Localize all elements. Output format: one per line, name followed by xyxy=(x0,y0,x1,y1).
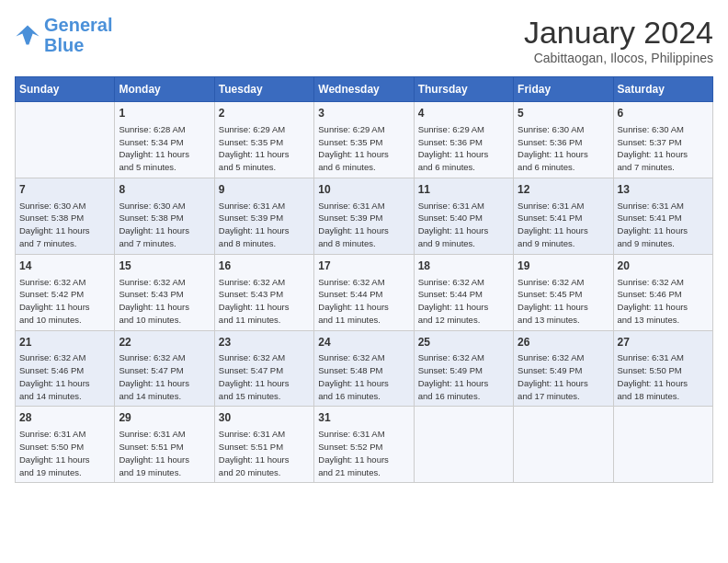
day-number: 23 xyxy=(219,335,310,350)
week-row-1: 1Sunrise: 6:28 AM Sunset: 5:34 PM Daylig… xyxy=(16,102,713,178)
calendar-cell xyxy=(613,407,712,483)
week-row-5: 28Sunrise: 6:31 AM Sunset: 5:50 PM Dayli… xyxy=(16,407,713,483)
logo-icon xyxy=(15,22,40,48)
header-cell-sunday: Sunday xyxy=(16,77,115,102)
day-number: 8 xyxy=(119,182,210,198)
cell-info: Sunrise: 6:30 AM Sunset: 5:37 PM Dayligh… xyxy=(618,123,709,174)
logo: General Blue xyxy=(15,15,112,55)
cell-info: Sunrise: 6:32 AM Sunset: 5:45 PM Dayligh… xyxy=(518,276,609,327)
calendar-cell: 19Sunrise: 6:32 AM Sunset: 5:45 PM Dayli… xyxy=(514,254,613,330)
calendar-cell: 21Sunrise: 6:32 AM Sunset: 5:46 PM Dayli… xyxy=(16,330,115,407)
calendar-cell: 14Sunrise: 6:32 AM Sunset: 5:42 PM Dayli… xyxy=(16,254,115,330)
cell-info: Sunrise: 6:31 AM Sunset: 5:41 PM Dayligh… xyxy=(518,200,609,250)
cell-info: Sunrise: 6:32 AM Sunset: 5:42 PM Dayligh… xyxy=(19,276,110,327)
cell-info: Sunrise: 6:32 AM Sunset: 5:47 PM Dayligh… xyxy=(219,351,310,402)
day-number: 10 xyxy=(318,182,409,198)
day-number: 30 xyxy=(219,410,310,426)
day-number: 26 xyxy=(518,335,609,350)
day-number: 13 xyxy=(618,182,709,198)
calendar-header-row: SundayMondayTuesdayWednesdayThursdayFrid… xyxy=(16,77,713,102)
day-number: 16 xyxy=(219,259,310,274)
cell-info: Sunrise: 6:32 AM Sunset: 5:46 PM Dayligh… xyxy=(19,351,110,402)
day-number: 6 xyxy=(618,106,709,121)
header-cell-saturday: Saturday xyxy=(613,77,712,102)
calendar-cell: 17Sunrise: 6:32 AM Sunset: 5:44 PM Dayli… xyxy=(314,254,414,330)
calendar-cell: 16Sunrise: 6:32 AM Sunset: 5:43 PM Dayli… xyxy=(214,254,313,330)
calendar-cell: 30Sunrise: 6:31 AM Sunset: 5:51 PM Dayli… xyxy=(214,407,313,483)
cell-info: Sunrise: 6:31 AM Sunset: 5:40 PM Dayligh… xyxy=(418,200,509,250)
calendar-cell: 5Sunrise: 6:30 AM Sunset: 5:36 PM Daylig… xyxy=(514,102,613,178)
week-row-3: 14Sunrise: 6:32 AM Sunset: 5:42 PM Dayli… xyxy=(16,254,713,330)
cell-info: Sunrise: 6:28 AM Sunset: 5:34 PM Dayligh… xyxy=(119,123,210,174)
cell-info: Sunrise: 6:30 AM Sunset: 5:38 PM Dayligh… xyxy=(19,200,110,250)
calendar-cell: 18Sunrise: 6:32 AM Sunset: 5:44 PM Dayli… xyxy=(414,254,513,330)
cell-info: Sunrise: 6:31 AM Sunset: 5:39 PM Dayligh… xyxy=(219,200,310,250)
calendar-cell: 25Sunrise: 6:32 AM Sunset: 5:49 PM Dayli… xyxy=(414,330,513,407)
calendar-cell: 24Sunrise: 6:32 AM Sunset: 5:48 PM Dayli… xyxy=(314,330,414,407)
title-section: January 2024 Cabittaogan, Ilocos, Philip… xyxy=(524,15,713,65)
logo-text-line1: General xyxy=(44,15,112,35)
calendar-cell: 23Sunrise: 6:32 AM Sunset: 5:47 PM Dayli… xyxy=(214,330,313,407)
calendar-cell xyxy=(16,102,115,178)
day-number: 28 xyxy=(19,410,110,426)
day-number: 15 xyxy=(119,259,210,274)
day-number: 5 xyxy=(518,106,609,121)
day-number: 18 xyxy=(418,259,509,274)
calendar-cell: 11Sunrise: 6:31 AM Sunset: 5:40 PM Dayli… xyxy=(414,178,513,254)
logo-text-line2: Blue xyxy=(44,35,112,55)
day-number: 3 xyxy=(318,106,409,121)
day-number: 31 xyxy=(318,410,409,426)
cell-info: Sunrise: 6:32 AM Sunset: 5:43 PM Dayligh… xyxy=(119,276,210,327)
day-number: 4 xyxy=(418,106,509,121)
day-number: 12 xyxy=(518,182,609,198)
day-number: 24 xyxy=(318,335,409,350)
day-number: 14 xyxy=(19,259,110,274)
calendar-cell: 6Sunrise: 6:30 AM Sunset: 5:37 PM Daylig… xyxy=(613,102,712,178)
week-row-4: 21Sunrise: 6:32 AM Sunset: 5:46 PM Dayli… xyxy=(16,330,713,407)
page-header: General Blue January 2024 Cabittaogan, I… xyxy=(15,15,713,65)
day-number: 7 xyxy=(19,182,110,198)
day-number: 2 xyxy=(219,106,310,121)
calendar-cell: 20Sunrise: 6:32 AM Sunset: 5:46 PM Dayli… xyxy=(613,254,712,330)
calendar-cell: 15Sunrise: 6:32 AM Sunset: 5:43 PM Dayli… xyxy=(115,254,214,330)
cell-info: Sunrise: 6:31 AM Sunset: 5:41 PM Dayligh… xyxy=(618,200,709,250)
cell-info: Sunrise: 6:30 AM Sunset: 5:38 PM Dayligh… xyxy=(119,200,210,250)
cell-info: Sunrise: 6:29 AM Sunset: 5:35 PM Dayligh… xyxy=(318,123,409,174)
cell-info: Sunrise: 6:32 AM Sunset: 5:47 PM Dayligh… xyxy=(119,351,210,402)
calendar-cell: 12Sunrise: 6:31 AM Sunset: 5:41 PM Dayli… xyxy=(514,178,613,254)
calendar-body: 1Sunrise: 6:28 AM Sunset: 5:34 PM Daylig… xyxy=(16,102,713,483)
calendar-cell xyxy=(514,407,613,483)
calendar-cell: 9Sunrise: 6:31 AM Sunset: 5:39 PM Daylig… xyxy=(214,178,313,254)
calendar-cell: 7Sunrise: 6:30 AM Sunset: 5:38 PM Daylig… xyxy=(16,178,115,254)
calendar-cell: 27Sunrise: 6:31 AM Sunset: 5:50 PM Dayli… xyxy=(613,330,712,407)
calendar-cell: 4Sunrise: 6:29 AM Sunset: 5:36 PM Daylig… xyxy=(414,102,513,178)
header-cell-thursday: Thursday xyxy=(414,77,513,102)
cell-info: Sunrise: 6:32 AM Sunset: 5:46 PM Dayligh… xyxy=(618,276,709,327)
cell-info: Sunrise: 6:31 AM Sunset: 5:39 PM Dayligh… xyxy=(318,200,409,250)
day-number: 29 xyxy=(119,410,210,426)
day-number: 1 xyxy=(119,106,210,121)
day-number: 27 xyxy=(618,335,709,350)
calendar-cell: 29Sunrise: 6:31 AM Sunset: 5:51 PM Dayli… xyxy=(115,407,214,483)
calendar-cell: 8Sunrise: 6:30 AM Sunset: 5:38 PM Daylig… xyxy=(115,178,214,254)
day-number: 19 xyxy=(518,259,609,274)
cell-info: Sunrise: 6:31 AM Sunset: 5:50 PM Dayligh… xyxy=(618,351,709,402)
day-number: 22 xyxy=(119,335,210,350)
calendar-cell: 26Sunrise: 6:32 AM Sunset: 5:49 PM Dayli… xyxy=(514,330,613,407)
day-number: 21 xyxy=(19,335,110,350)
calendar-cell: 31Sunrise: 6:31 AM Sunset: 5:52 PM Dayli… xyxy=(314,407,414,483)
cell-info: Sunrise: 6:29 AM Sunset: 5:36 PM Dayligh… xyxy=(418,123,509,174)
cell-info: Sunrise: 6:32 AM Sunset: 5:48 PM Dayligh… xyxy=(318,351,409,402)
calendar-cell: 28Sunrise: 6:31 AM Sunset: 5:50 PM Dayli… xyxy=(16,407,115,483)
week-row-2: 7Sunrise: 6:30 AM Sunset: 5:38 PM Daylig… xyxy=(16,178,713,254)
cell-info: Sunrise: 6:30 AM Sunset: 5:36 PM Dayligh… xyxy=(518,123,609,174)
calendar-cell xyxy=(414,407,513,483)
calendar-cell: 13Sunrise: 6:31 AM Sunset: 5:41 PM Dayli… xyxy=(613,178,712,254)
day-number: 20 xyxy=(618,259,709,274)
subtitle: Cabittaogan, Ilocos, Philippines xyxy=(524,51,713,65)
svg-marker-0 xyxy=(16,26,39,45)
day-number: 11 xyxy=(418,182,509,198)
calendar-cell: 10Sunrise: 6:31 AM Sunset: 5:39 PM Dayli… xyxy=(314,178,414,254)
cell-info: Sunrise: 6:32 AM Sunset: 5:44 PM Dayligh… xyxy=(318,276,409,327)
header-cell-wednesday: Wednesday xyxy=(314,77,414,102)
